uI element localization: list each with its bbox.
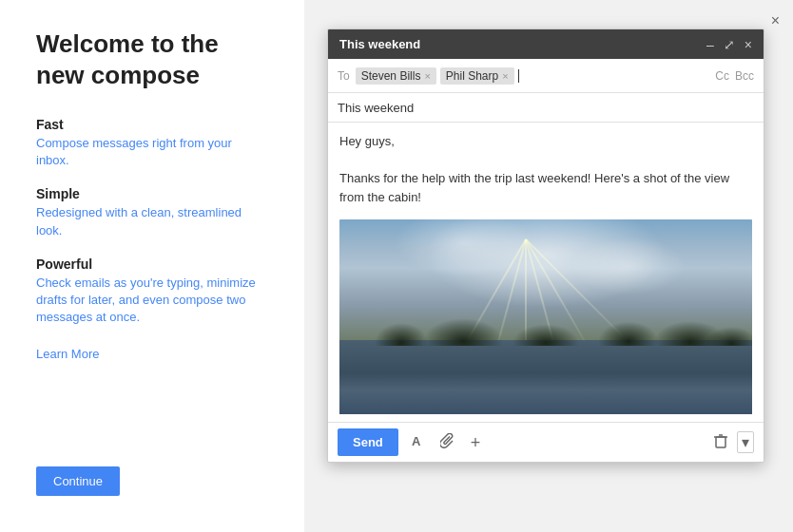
feature-powerful-desc: Check emails as you're typing, minimize … xyxy=(36,275,268,327)
recipient-name: Steven Bills xyxy=(361,69,421,83)
inline-image xyxy=(339,219,752,414)
compose-header: This weekend – ⤢ × xyxy=(328,29,764,59)
to-row: To Steven Bills × Phil Sharp × Cc Bcc xyxy=(328,59,764,93)
water-reflection xyxy=(339,373,752,414)
send-button[interactable]: Send xyxy=(338,428,398,456)
bcc-button[interactable]: Bcc xyxy=(735,69,754,83)
svg-rect-1 xyxy=(716,437,725,447)
feature-fast: Fast Compose messages right from your in… xyxy=(36,117,268,169)
feature-powerful-title: Powerful xyxy=(36,256,268,272)
page-close-icon[interactable]: × xyxy=(771,13,780,28)
welcome-panel: Welcome to the new compose Fast Compose … xyxy=(0,0,304,532)
compose-close-icon[interactable]: × xyxy=(745,38,752,51)
remove-recipient-icon[interactable]: × xyxy=(502,70,508,82)
feature-fast-desc: Compose messages right from your inbox. xyxy=(36,135,268,169)
compose-toolbar: Send A + ▾ xyxy=(328,422,764,462)
cursor xyxy=(518,69,519,83)
feature-powerful: Powerful Check emails as you're typing, … xyxy=(36,256,268,327)
compose-controls: – ⤢ × xyxy=(706,38,752,51)
body-line2: Thanks for the help with the trip last w… xyxy=(339,169,752,206)
subject-input[interactable] xyxy=(338,101,754,115)
body-line1: Hey guys, xyxy=(339,132,752,151)
learn-more-link[interactable]: Learn More xyxy=(36,347,99,361)
recipient-steven-bills[interactable]: Steven Bills × xyxy=(356,67,436,85)
subject-row xyxy=(328,93,764,123)
format-text-icon[interactable]: A xyxy=(406,431,429,453)
expand-icon[interactable]: ⤢ xyxy=(724,38,735,51)
recipient-name: Phil Sharp xyxy=(446,69,498,83)
recipient-phil-sharp[interactable]: Phil Sharp × xyxy=(440,67,514,85)
delete-draft-icon[interactable] xyxy=(712,432,729,453)
minimize-icon[interactable]: – xyxy=(706,38,714,51)
feature-simple: Simple Redesigned with a clean, streamli… xyxy=(36,186,268,238)
continue-button[interactable]: Continue xyxy=(36,466,120,496)
compose-window: This weekend – ⤢ × To Steven Bills × Phi… xyxy=(327,28,764,463)
page-title: Welcome to the new compose xyxy=(36,28,268,90)
cc-bcc-buttons: Cc Bcc xyxy=(715,69,754,83)
compose-title: This weekend xyxy=(339,37,420,51)
cc-button[interactable]: Cc xyxy=(715,69,729,83)
more-menu-icon[interactable]: ▾ xyxy=(737,431,754,453)
feature-simple-title: Simple xyxy=(36,186,268,201)
feature-simple-desc: Redesigned with a clean, streamlined loo… xyxy=(36,204,268,238)
feature-fast-title: Fast xyxy=(36,117,268,132)
svg-text:A: A xyxy=(412,434,421,448)
recipients-field[interactable]: Steven Bills × Phil Sharp × xyxy=(356,67,716,85)
attach-icon[interactable] xyxy=(436,431,459,453)
trees xyxy=(339,317,752,346)
compose-body[interactable]: Hey guys, Thanks for the help with the t… xyxy=(328,123,764,216)
remove-recipient-icon[interactable]: × xyxy=(424,70,430,82)
water xyxy=(339,340,752,414)
more-options-icon[interactable]: + xyxy=(467,432,485,453)
to-label: To xyxy=(338,69,350,83)
